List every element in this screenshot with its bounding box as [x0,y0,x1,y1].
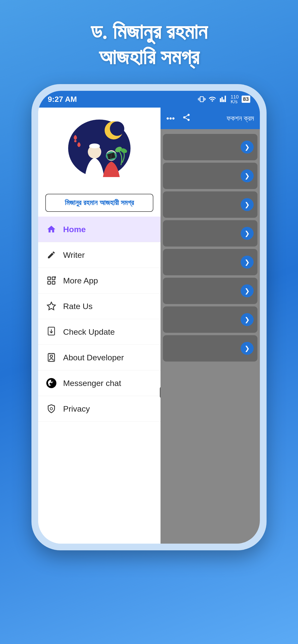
nav-item-about-developer[interactable]: About Developer [38,345,161,370]
right-panel-header: ••• ফকশন ক্রম [161,108,260,129]
svg-rect-8 [89,146,100,147]
svg-rect-15 [52,282,55,284]
nav-label-more-app: More App [63,276,98,285]
right-list-item-3[interactable]: ❯ [163,192,257,218]
vibrate-icon [198,95,206,103]
battery-indicator: 83 [242,96,250,103]
chevron-button-2[interactable]: ❯ [241,170,254,182]
right-list-item-5[interactable]: ❯ [163,249,257,275]
home-icon [45,223,57,235]
apps-icon [45,274,57,286]
nav-label-about-developer: About Developer [63,353,124,362]
shield-icon [45,403,57,415]
chevron-button-8[interactable]: ❯ [241,342,254,355]
messenger-icon [45,377,57,389]
right-list-item-8[interactable]: ❯ [163,335,257,362]
hero-illustration [61,117,138,184]
status-bar: 9:27 AM 110K/s 83 [38,91,260,108]
nav-label-writer: Writer [63,250,85,260]
nav-label-messenger: Messenger chat [63,378,121,388]
svg-point-3 [74,140,77,142]
nav-item-privacy[interactable]: Privacy [38,396,161,422]
right-header-label: ফকশন ক্রম [198,114,254,123]
svg-point-16 [54,276,56,278]
app-title-text: মিজানুর রহমান আজহারী সমগ্র [65,198,134,206]
right-header-dots[interactable]: ••• [166,114,175,123]
chevron-button-3[interactable]: ❯ [241,198,254,211]
nav-label-check-update: Check Update [63,327,115,336]
nav-item-writer[interactable]: Writer [38,242,161,268]
nav-item-home[interactable]: Home [38,216,161,242]
app-title-box: মিজানুর রহমান আজহারী সমগ্র [45,194,153,212]
status-time: 9:27 AM [48,95,77,104]
chevron-button-4[interactable]: ❯ [241,227,254,240]
navigation-drawer: মিজানুর রহমান আজহারী সমগ্র Home [38,108,161,544]
chevron-button-5[interactable]: ❯ [241,256,254,268]
title-line1: ড. মিজানুর রহমান [91,19,207,44]
right-panel-list: ❯ ❯ ❯ ❯ ❯ ❯ [161,132,260,364]
svg-point-22 [50,355,53,358]
developer-icon [45,352,57,364]
right-list-item-6[interactable]: ❯ [163,278,257,304]
chevron-button-7[interactable]: ❯ [241,313,254,326]
nav-label-home: Home [63,225,86,234]
right-panel: ••• ফকশন ক্রম ❯ ❯ [161,108,260,544]
edit-icon [45,249,57,261]
phone-frame: 9:27 AM 110K/s 83 [32,84,266,550]
svg-marker-17 [47,302,55,310]
nav-label-rate-us: Rate Us [63,302,93,311]
signal-icon [219,95,228,103]
app-illustration [38,108,161,189]
right-list-item-2[interactable]: ❯ [163,163,257,189]
right-list-item-1[interactable]: ❯ [163,134,257,160]
right-list-item-7[interactable]: ❯ [163,306,257,333]
nav-item-more-app[interactable]: More App [38,268,161,294]
title-line2: আজহারি সমগ্র [91,44,207,70]
right-header-share[interactable] [182,113,191,124]
nav-item-rate-us[interactable]: Rate Us [38,294,161,319]
nav-item-check-update[interactable]: Check Update [38,319,161,345]
nav-label-privacy: Privacy [63,404,90,414]
chevron-button-6[interactable]: ❯ [241,284,254,297]
download-icon [45,326,57,338]
chevron-button-1[interactable]: ❯ [241,141,254,154]
network-speed: 110K/s [231,94,238,104]
svg-point-24 [50,408,53,410]
svg-point-23 [46,378,56,388]
status-icons: 110K/s 83 [198,94,250,104]
nav-item-messenger[interactable]: Messenger chat Home [38,370,161,396]
home-tooltip: Home [160,387,161,398]
content-area: মিজানুর রহমান আজহারী সমগ্র Home [38,108,260,544]
phone-inner: 9:27 AM 110K/s 83 [38,91,260,544]
right-list-item-4[interactable]: ❯ [163,220,257,246]
wifi-icon [209,95,216,103]
svg-rect-12 [48,277,51,280]
app-header-title: ড. মিজানুর রহমান আজহারি সমগ্র [91,19,207,70]
svg-point-2 [110,122,124,136]
svg-rect-14 [48,282,51,284]
star-icon [45,300,57,312]
